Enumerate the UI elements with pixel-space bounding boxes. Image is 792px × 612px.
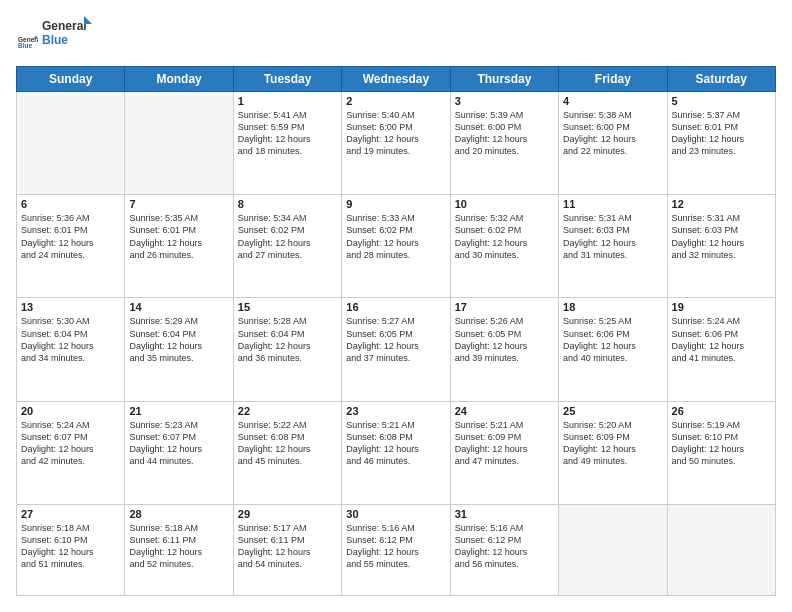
day-info: Sunrise: 5:20 AM Sunset: 6:09 PM Dayligh…: [563, 419, 662, 468]
day-cell: 13Sunrise: 5:30 AM Sunset: 6:04 PM Dayli…: [17, 298, 125, 401]
day-info: Sunrise: 5:18 AM Sunset: 6:11 PM Dayligh…: [129, 522, 228, 571]
day-info: Sunrise: 5:26 AM Sunset: 6:05 PM Dayligh…: [455, 315, 554, 364]
svg-text:General: General: [42, 19, 87, 33]
day-cell: 17Sunrise: 5:26 AM Sunset: 6:05 PM Dayli…: [450, 298, 558, 401]
day-info: Sunrise: 5:28 AM Sunset: 6:04 PM Dayligh…: [238, 315, 337, 364]
week-row-4: 27Sunrise: 5:18 AM Sunset: 6:10 PM Dayli…: [17, 504, 776, 595]
day-info: Sunrise: 5:37 AM Sunset: 6:01 PM Dayligh…: [672, 109, 771, 158]
day-number: 14: [129, 301, 228, 313]
day-info: Sunrise: 5:31 AM Sunset: 6:03 PM Dayligh…: [563, 212, 662, 261]
day-number: 1: [238, 95, 337, 107]
day-info: Sunrise: 5:41 AM Sunset: 5:59 PM Dayligh…: [238, 109, 337, 158]
day-cell: 18Sunrise: 5:25 AM Sunset: 6:06 PM Dayli…: [559, 298, 667, 401]
day-cell: 3Sunrise: 5:39 AM Sunset: 6:00 PM Daylig…: [450, 92, 558, 195]
day-cell: 14Sunrise: 5:29 AM Sunset: 6:04 PM Dayli…: [125, 298, 233, 401]
day-info: Sunrise: 5:38 AM Sunset: 6:00 PM Dayligh…: [563, 109, 662, 158]
day-cell: [125, 92, 233, 195]
day-info: Sunrise: 5:24 AM Sunset: 6:07 PM Dayligh…: [21, 419, 120, 468]
day-header-friday: Friday: [559, 67, 667, 92]
day-info: Sunrise: 5:36 AM Sunset: 6:01 PM Dayligh…: [21, 212, 120, 261]
day-number: 9: [346, 198, 445, 210]
day-cell: 31Sunrise: 5:16 AM Sunset: 6:12 PM Dayli…: [450, 504, 558, 595]
day-cell: [667, 504, 775, 595]
week-row-2: 13Sunrise: 5:30 AM Sunset: 6:04 PM Dayli…: [17, 298, 776, 401]
day-info: Sunrise: 5:35 AM Sunset: 6:01 PM Dayligh…: [129, 212, 228, 261]
day-number: 21: [129, 405, 228, 417]
day-cell: [17, 92, 125, 195]
day-number: 31: [455, 508, 554, 520]
day-number: 18: [563, 301, 662, 313]
day-number: 10: [455, 198, 554, 210]
day-number: 4: [563, 95, 662, 107]
day-number: 19: [672, 301, 771, 313]
day-info: Sunrise: 5:29 AM Sunset: 6:04 PM Dayligh…: [129, 315, 228, 364]
day-header-wednesday: Wednesday: [342, 67, 450, 92]
day-info: Sunrise: 5:24 AM Sunset: 6:06 PM Dayligh…: [672, 315, 771, 364]
day-info: Sunrise: 5:39 AM Sunset: 6:00 PM Dayligh…: [455, 109, 554, 158]
day-number: 15: [238, 301, 337, 313]
day-info: Sunrise: 5:21 AM Sunset: 6:08 PM Dayligh…: [346, 419, 445, 468]
week-row-1: 6Sunrise: 5:36 AM Sunset: 6:01 PM Daylig…: [17, 195, 776, 298]
day-cell: 27Sunrise: 5:18 AM Sunset: 6:10 PM Dayli…: [17, 504, 125, 595]
page: General Blue General Blue SundayMondayTu…: [0, 0, 792, 612]
day-number: 11: [563, 198, 662, 210]
day-cell: [559, 504, 667, 595]
day-info: Sunrise: 5:17 AM Sunset: 6:11 PM Dayligh…: [238, 522, 337, 571]
day-number: 23: [346, 405, 445, 417]
day-number: 22: [238, 405, 337, 417]
day-cell: 12Sunrise: 5:31 AM Sunset: 6:03 PM Dayli…: [667, 195, 775, 298]
week-row-3: 20Sunrise: 5:24 AM Sunset: 6:07 PM Dayli…: [17, 401, 776, 504]
day-number: 8: [238, 198, 337, 210]
day-info: Sunrise: 5:18 AM Sunset: 6:10 PM Dayligh…: [21, 522, 120, 571]
day-cell: 6Sunrise: 5:36 AM Sunset: 6:01 PM Daylig…: [17, 195, 125, 298]
day-cell: 29Sunrise: 5:17 AM Sunset: 6:11 PM Dayli…: [233, 504, 341, 595]
day-number: 30: [346, 508, 445, 520]
day-number: 26: [672, 405, 771, 417]
logo-svg: General Blue: [42, 16, 92, 52]
svg-text:General: General: [18, 36, 38, 43]
day-info: Sunrise: 5:34 AM Sunset: 6:02 PM Dayligh…: [238, 212, 337, 261]
day-info: Sunrise: 5:21 AM Sunset: 6:09 PM Dayligh…: [455, 419, 554, 468]
day-number: 3: [455, 95, 554, 107]
day-cell: 22Sunrise: 5:22 AM Sunset: 6:08 PM Dayli…: [233, 401, 341, 504]
day-header-tuesday: Tuesday: [233, 67, 341, 92]
day-number: 28: [129, 508, 228, 520]
day-info: Sunrise: 5:27 AM Sunset: 6:05 PM Dayligh…: [346, 315, 445, 364]
day-number: 24: [455, 405, 554, 417]
day-cell: 10Sunrise: 5:32 AM Sunset: 6:02 PM Dayli…: [450, 195, 558, 298]
day-number: 20: [21, 405, 120, 417]
day-cell: 7Sunrise: 5:35 AM Sunset: 6:01 PM Daylig…: [125, 195, 233, 298]
day-cell: 30Sunrise: 5:16 AM Sunset: 6:12 PM Dayli…: [342, 504, 450, 595]
day-header-sunday: Sunday: [17, 67, 125, 92]
calendar-table: SundayMondayTuesdayWednesdayThursdayFrid…: [16, 66, 776, 596]
day-cell: 4Sunrise: 5:38 AM Sunset: 6:00 PM Daylig…: [559, 92, 667, 195]
day-info: Sunrise: 5:30 AM Sunset: 6:04 PM Dayligh…: [21, 315, 120, 364]
day-info: Sunrise: 5:31 AM Sunset: 6:03 PM Dayligh…: [672, 212, 771, 261]
day-cell: 8Sunrise: 5:34 AM Sunset: 6:02 PM Daylig…: [233, 195, 341, 298]
day-cell: 5Sunrise: 5:37 AM Sunset: 6:01 PM Daylig…: [667, 92, 775, 195]
week-row-0: 1Sunrise: 5:41 AM Sunset: 5:59 PM Daylig…: [17, 92, 776, 195]
day-info: Sunrise: 5:16 AM Sunset: 6:12 PM Dayligh…: [346, 522, 445, 571]
day-number: 29: [238, 508, 337, 520]
day-number: 16: [346, 301, 445, 313]
svg-text:Blue: Blue: [42, 33, 68, 47]
day-cell: 28Sunrise: 5:18 AM Sunset: 6:11 PM Dayli…: [125, 504, 233, 595]
logo: General Blue General Blue: [16, 16, 92, 56]
day-info: Sunrise: 5:32 AM Sunset: 6:02 PM Dayligh…: [455, 212, 554, 261]
day-cell: 21Sunrise: 5:23 AM Sunset: 6:07 PM Dayli…: [125, 401, 233, 504]
day-info: Sunrise: 5:23 AM Sunset: 6:07 PM Dayligh…: [129, 419, 228, 468]
svg-text:Blue: Blue: [18, 42, 32, 49]
day-header-thursday: Thursday: [450, 67, 558, 92]
day-number: 5: [672, 95, 771, 107]
day-info: Sunrise: 5:22 AM Sunset: 6:08 PM Dayligh…: [238, 419, 337, 468]
header-row: SundayMondayTuesdayWednesdayThursdayFrid…: [17, 67, 776, 92]
day-number: 6: [21, 198, 120, 210]
day-number: 12: [672, 198, 771, 210]
day-info: Sunrise: 5:40 AM Sunset: 6:00 PM Dayligh…: [346, 109, 445, 158]
day-header-monday: Monday: [125, 67, 233, 92]
day-number: 2: [346, 95, 445, 107]
day-cell: 11Sunrise: 5:31 AM Sunset: 6:03 PM Dayli…: [559, 195, 667, 298]
day-info: Sunrise: 5:19 AM Sunset: 6:10 PM Dayligh…: [672, 419, 771, 468]
day-number: 17: [455, 301, 554, 313]
day-info: Sunrise: 5:25 AM Sunset: 6:06 PM Dayligh…: [563, 315, 662, 364]
